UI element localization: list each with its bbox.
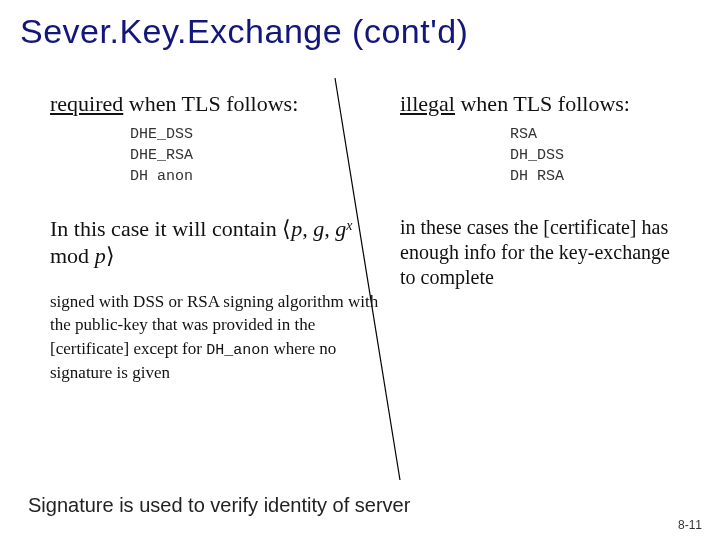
bottom-caption: Signature is used to verify identity of … [28,494,410,517]
page-number: 8-11 [678,518,702,532]
right-header-rest: when TLS follows: [455,91,630,116]
signed-block: signed with DSS or RSA signing algorithm… [50,290,380,385]
right-column: illegal when TLS follows: RSA DH_DSS DH … [400,90,670,290]
dh-anon-mono: DH_anon [206,342,269,359]
case-intro-text: In this case it will contain [50,216,282,241]
required-word: required [50,91,123,116]
left-cipher-list: DHE_DSS DHE_RSA DH anon [50,118,380,187]
left-header-rest: when TLS follows: [123,91,298,116]
right-header: illegal when TLS follows: [400,90,670,118]
page-title: Sever.Key.Exchange (cont'd) [20,12,468,51]
content-area: required when TLS follows: DHE_DSS DHE_R… [50,90,680,480]
left-column: required when TLS follows: DHE_DSS DHE_R… [50,90,380,385]
slide: Sever.Key.Exchange (cont'd) required whe… [0,0,720,540]
right-cipher-list: RSA DH_DSS DH RSA [400,118,670,187]
illegal-word: illegal [400,91,455,116]
left-header: required when TLS follows: [50,90,380,118]
right-note: in these cases the [certificate] has eno… [400,215,670,290]
left-case-intro: In this case it will contain ⟨p, g, gx m… [50,215,380,270]
